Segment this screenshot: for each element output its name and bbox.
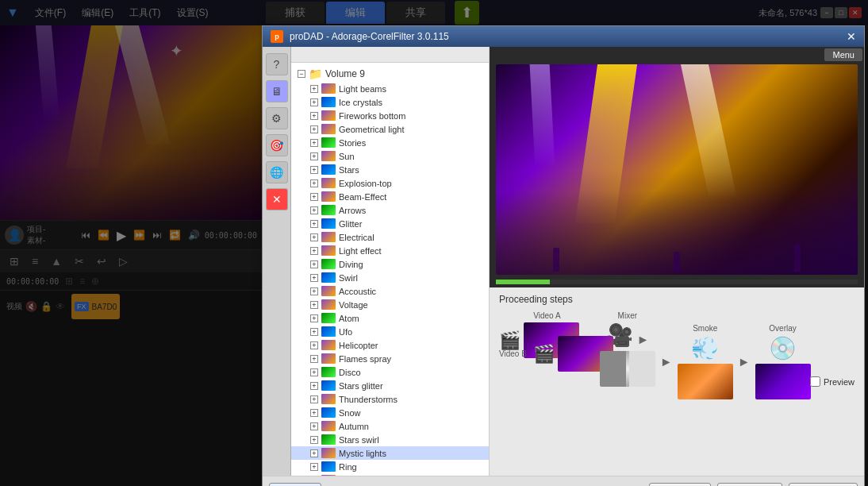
item-thumb-26 [321,434,336,445]
item-expand-28[interactable]: + [310,463,318,471]
processing-title: Proceeding steps [499,294,855,305]
item-expand-18[interactable]: + [310,328,318,336]
tree-item-atom[interactable]: + Atom [291,311,489,325]
tree-item-flames-spray[interactable]: + Flames spray [291,352,489,365]
item-expand-1[interactable]: + [310,98,318,106]
sidebar-delete-button[interactable]: ✕ [266,188,288,210]
item-expand-7[interactable]: + [310,179,318,187]
reset-button[interactable]: Reset [717,483,782,486]
tree-item-explosion-top[interactable]: + Explosion-top [291,176,489,190]
item-expand-13[interactable]: + [310,260,318,268]
tree-content[interactable]: − 📁 Volume 9 + Light beams [291,63,489,476]
tree-item-disco[interactable]: + Disco [291,365,489,379]
overlay-thumb[interactable] [755,364,811,399]
overlay-row: 💿 [769,335,797,361]
tree-item-ice-crystals[interactable]: + Ice crystals [291,95,489,109]
item-expand-12[interactable]: + [310,247,318,255]
tree-item-arrows[interactable]: + Arrows [291,203,489,217]
cancel-button[interactable]: Cancel [789,483,858,486]
tree-item-helicopter[interactable]: + Helicopter [291,338,489,352]
ok-button[interactable]: Ok [269,483,321,486]
tree-item-thunderstorms[interactable]: + Thunderstorms [291,392,489,406]
item-expand-3[interactable]: + [310,125,318,133]
item-expand-16[interactable]: + [310,301,318,309]
preview-beam-3 [529,64,555,168]
item-thumb-2 [321,110,336,121]
tree-item-mystic-lights[interactable]: + Mystic lights [291,446,489,460]
item-thumb-27 [321,448,336,458]
item-thumb-19 [321,340,336,350]
item-expand-21[interactable]: + [310,368,318,376]
item-label-25: Autumn [339,422,369,431]
tree-item-autumn[interactable]: + Autumn [291,419,489,433]
item-expand-8[interactable]: + [310,193,318,201]
item-expand-23[interactable]: + [310,395,318,403]
item-expand-25[interactable]: + [310,422,318,430]
item-label-7: Explosion-top [339,179,392,188]
menu-button[interactable]: Menu [824,48,862,61]
sidebar-settings-button[interactable]: ⚙ [266,107,288,129]
item-expand-27[interactable]: + [310,449,318,457]
sidebar-help-button[interactable]: ? [266,53,288,75]
tree-item-geometrical-light[interactable]: + Geometrical light [291,122,489,136]
item-label-22: Stars glitter [339,381,383,391]
tree-item-accoustic[interactable]: + Accoustic [291,284,489,298]
item-expand-9[interactable]: + [310,206,318,214]
item-thumb-15 [321,286,336,296]
item-expand-2[interactable]: + [310,112,318,120]
tree-item-diving[interactable]: + Diving [291,257,489,271]
item-label-14: Swirl [339,273,358,283]
tree-item-swirl[interactable]: + Swirl [291,271,489,284]
tree-item-sun[interactable]: + Sun [291,149,489,163]
item-thumb-6 [321,164,336,175]
overlay-group: Overlay 💿 [755,324,811,399]
tree-item-stars[interactable]: + Stars [291,163,489,176]
item-expand-6[interactable]: + [310,166,318,174]
tree-body: − 📁 Volume 9 + Light beams [291,63,489,476]
item-expand-10[interactable]: + [310,220,318,228]
undo-dialog-button[interactable]: Undo [649,483,712,486]
smoke-thumb[interactable] [678,364,733,399]
item-expand-26[interactable]: + [310,436,318,444]
item-expand-14[interactable]: + [310,274,318,282]
preview-checkbox-label[interactable]: Preview [824,377,855,387]
item-expand-11[interactable]: + [310,233,318,241]
tree-item-light-effect[interactable]: + Light effect [291,244,489,257]
item-expand-22[interactable]: + [310,382,318,390]
tree-item-electrical[interactable]: + Electrical [291,230,489,244]
tree-item-fireworks-bottom[interactable]: + Fireworks bottom [291,109,489,122]
item-expand-17[interactable]: + [310,314,318,322]
item-expand-20[interactable]: + [310,355,318,363]
tree-item-beam-effect[interactable]: + Beam-Effect [291,190,489,203]
item-thumb-17 [321,313,336,323]
dialog-close-button[interactable]: ✕ [847,30,856,43]
item-expand-24[interactable]: + [310,409,318,417]
sidebar-globe-button[interactable]: 🌐 [266,161,288,183]
tree-item-stars-glitter[interactable]: + Stars glitter [291,379,489,392]
item-label-16: Voltage [339,300,368,310]
tree-item-stories[interactable]: + Stories [291,136,489,149]
sidebar-preview-button[interactable]: 🖥 [266,80,288,102]
preview-checkbox[interactable] [810,376,820,387]
item-label-19: Helicopter [339,341,378,350]
tree-item-ufo[interactable]: + Ufo [291,325,489,338]
tree-item-glitter[interactable]: + Glitter [291,217,489,230]
tree-item-voltage[interactable]: + Voltage [291,298,489,311]
root-expand-icon[interactable]: − [298,70,305,78]
item-label-21: Disco [339,368,361,377]
tree-panel: − 📁 Volume 9 + Light beams [291,47,490,476]
item-expand-0[interactable]: + [310,85,318,93]
overlay-icon: 💿 [769,335,797,361]
item-expand-15[interactable]: + [310,287,318,295]
item-expand-19[interactable]: + [310,341,318,349]
tree-root-item[interactable]: − 📁 Volume 9 [291,66,489,82]
transition-box[interactable] [600,351,655,387]
item-expand-5[interactable]: + [310,152,318,160]
tree-item-light-beams[interactable]: + Light beams [291,82,489,95]
item-expand-4[interactable]: + [310,139,318,147]
tree-item-stars-swirl[interactable]: + Stars swirl [291,433,489,446]
tree-item-snow[interactable]: + Snow [291,406,489,419]
sidebar-target-button[interactable]: 🎯 [266,134,288,156]
tree-item-ring[interactable]: + Ring [291,460,489,473]
arrow-2-icon: ► [738,355,751,368]
